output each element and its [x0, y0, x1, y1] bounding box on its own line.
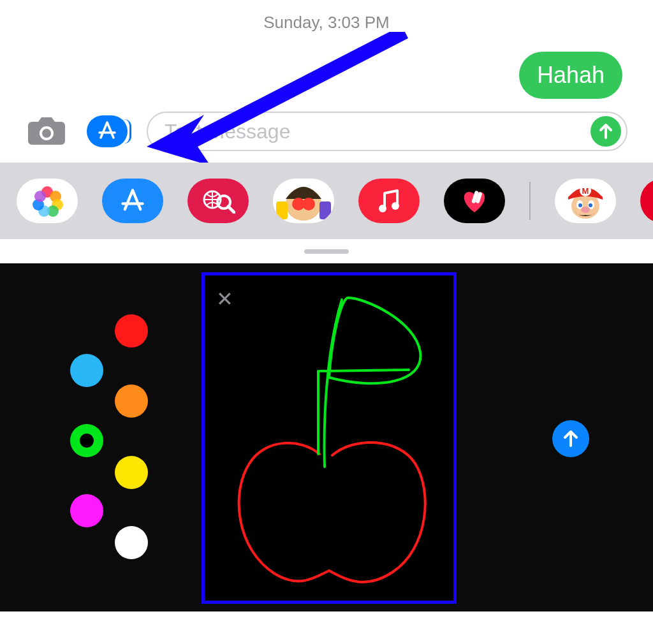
- color-swatch-orange[interactable]: [115, 384, 148, 418]
- color-swatch-yellow[interactable]: [115, 456, 148, 489]
- drawer-divider: [529, 182, 531, 220]
- mario-icon: M: [563, 182, 608, 220]
- drawer-handle-area[interactable]: [0, 239, 653, 263]
- message-bubble-outgoing[interactable]: Hahah: [519, 52, 622, 99]
- close-icon[interactable]: ✕: [216, 287, 233, 311]
- svg-line-5: [228, 207, 234, 212]
- drawer-app-music[interactable]: [358, 179, 420, 223]
- message-row: Hahah: [0, 33, 653, 112]
- svg-rect-8: [319, 201, 331, 219]
- message-input-placeholder: Text Message: [165, 120, 591, 143]
- color-swatch-red[interactable]: [115, 314, 148, 348]
- svg-point-20: [581, 207, 590, 213]
- svg-point-10: [392, 202, 399, 210]
- drag-handle-icon: [304, 249, 349, 254]
- apps-icon[interactable]: [87, 115, 128, 147]
- arrow-up-icon: [562, 430, 580, 448]
- drawer-app-pinterest[interactable]: [640, 179, 653, 223]
- svg-point-18: [578, 203, 582, 207]
- heart-fingers-icon: [459, 187, 490, 215]
- digital-touch-panel: ✕: [0, 263, 653, 611]
- color-swatch-white[interactable]: [115, 526, 148, 559]
- svg-point-9: [379, 205, 386, 212]
- send-drawing-button[interactable]: [552, 420, 589, 457]
- color-palette: [51, 314, 166, 557]
- drawer-app-images[interactable]: [187, 179, 249, 223]
- imessage-app-drawer[interactable]: M: [0, 163, 653, 239]
- svg-point-19: [589, 203, 592, 207]
- svg-text:M: M: [582, 186, 589, 196]
- drawer-app-memoji[interactable]: [273, 179, 334, 223]
- svg-point-2: [42, 129, 51, 138]
- compose-row: Text Message: [0, 112, 653, 163]
- drawer-app-store[interactable]: [102, 179, 163, 223]
- color-swatch-magenta[interactable]: [70, 494, 103, 527]
- drawing-content: [205, 275, 453, 601]
- drawing-canvas[interactable]: ✕: [202, 272, 457, 604]
- send-button[interactable]: [591, 116, 621, 147]
- photos-icon: [34, 188, 60, 214]
- message-input[interactable]: Text Message: [147, 112, 627, 151]
- drawer-app-digital-touch[interactable]: [444, 179, 505, 223]
- drawer-app-photos[interactable]: [17, 179, 78, 223]
- color-swatch-skyblue[interactable]: [70, 354, 103, 387]
- conversation-timestamp: Sunday, 3:03 PM: [0, 0, 653, 33]
- appstore-icon: [120, 188, 145, 214]
- color-swatch-green[interactable]: [70, 424, 103, 457]
- drawer-app-mario[interactable]: M: [555, 179, 616, 223]
- search-globe-icon: [201, 188, 235, 214]
- music-note-icon: [378, 188, 400, 214]
- memoji-icon: [273, 179, 334, 223]
- camera-icon[interactable]: [26, 115, 68, 147]
- svg-rect-7: [276, 201, 288, 219]
